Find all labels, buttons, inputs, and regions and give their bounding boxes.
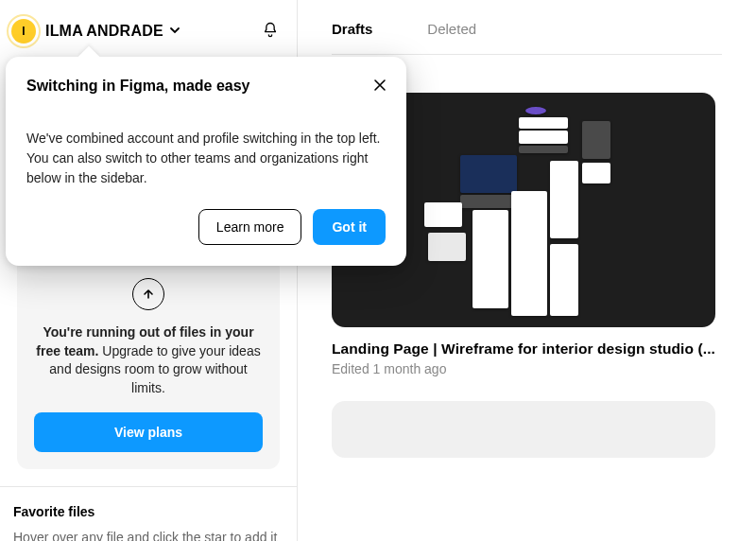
got-it-button[interactable]: Got it bbox=[313, 209, 386, 245]
avatar: I bbox=[11, 19, 36, 44]
favorites-hint: Hover over any file and click the star t… bbox=[13, 529, 284, 541]
upgrade-card: You're running out of files in your free… bbox=[17, 257, 280, 469]
file-title: Landing Page | Wireframe for interior de… bbox=[332, 340, 722, 358]
popover-body: We've combined account and profile switc… bbox=[26, 129, 386, 188]
file-meta: Edited 1 month ago bbox=[332, 361, 722, 376]
bell-icon bbox=[261, 21, 280, 40]
tabs: Drafts Deleted bbox=[332, 21, 722, 55]
notifications-button[interactable] bbox=[257, 17, 284, 46]
tab-deleted[interactable]: Deleted bbox=[427, 21, 476, 52]
close-button[interactable] bbox=[369, 74, 391, 99]
chevron-down-icon bbox=[169, 23, 180, 40]
learn-more-button[interactable]: Learn more bbox=[198, 209, 302, 245]
account-header[interactable]: I ILMA ANDRADE bbox=[0, 0, 297, 61]
close-icon bbox=[372, 78, 387, 93]
upgrade-text: You're running out of files in your free… bbox=[34, 323, 263, 397]
favorites-section: Favorite files Hover over any file and c… bbox=[0, 486, 297, 541]
popover-title: Switching in Figma, made easy bbox=[26, 78, 386, 95]
upload-icon bbox=[132, 278, 164, 310]
file-card-placeholder[interactable] bbox=[332, 401, 715, 458]
tab-drafts[interactable]: Drafts bbox=[332, 21, 372, 52]
user-name: ILMA ANDRADE bbox=[45, 23, 163, 40]
view-plans-button[interactable]: View plans bbox=[34, 412, 263, 452]
onboarding-popover: Switching in Figma, made easy We've comb… bbox=[6, 57, 406, 266]
favorites-title: Favorite files bbox=[13, 504, 284, 519]
